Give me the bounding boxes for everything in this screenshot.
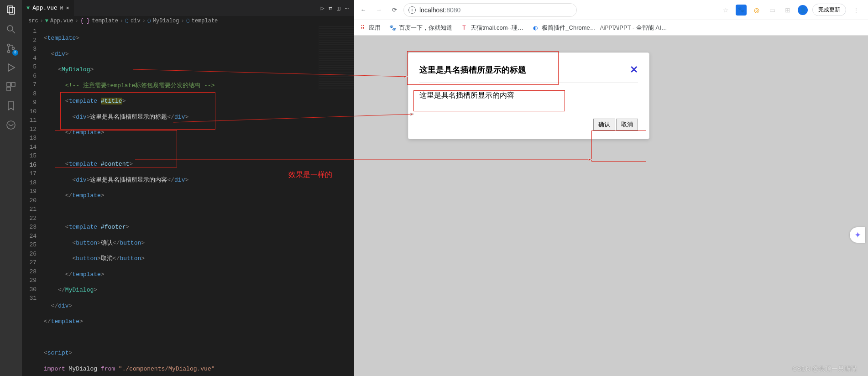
- forward-icon[interactable]: →: [372, 4, 385, 16]
- svg-rect-8: [7, 83, 10, 86]
- omnibox[interactable]: i localhost:8080: [403, 3, 577, 17]
- svg-point-6: [12, 47, 15, 50]
- star-icon[interactable]: ☆: [720, 5, 731, 16]
- reading-list-icon[interactable]: ▭: [767, 5, 778, 16]
- svg-line-3: [12, 31, 15, 33]
- diff-icon[interactable]: ⇄: [329, 5, 333, 12]
- vue-icon: ▼: [26, 5, 30, 11]
- ext1-icon[interactable]: 🐾: [736, 5, 747, 16]
- dialog-close-icon[interactable]: ✕: [630, 64, 638, 76]
- dialog-footer: 确认 取消: [419, 119, 638, 131]
- bookmark-bar: ⠿应用🐾百度一下，你就知道T天猫tmall.com--理…◐极简插件_Chrom…: [354, 20, 868, 36]
- svg-point-5: [8, 51, 10, 53]
- run-debug-icon[interactable]: [5, 61, 17, 74]
- site-info-icon[interactable]: i: [408, 6, 416, 14]
- annotation-label: 效果是一样的: [288, 170, 332, 180]
- menu-icon[interactable]: ⋮: [851, 5, 862, 16]
- svg-point-2: [7, 26, 13, 31]
- minimap[interactable]: [319, 26, 354, 90]
- dialog-content: 这里是具名插槽所显示的内容: [419, 83, 638, 119]
- activity-bar: 3: [0, 0, 22, 376]
- code-lines[interactable]: <template> <div> <MyDialog> <!-- 注意需要tem…: [44, 26, 354, 376]
- reload-icon[interactable]: ⟳: [388, 4, 401, 16]
- svg-point-4: [8, 44, 10, 47]
- page-viewport: 这里是具名插槽所显示的标题 ✕ 这里是具名插槽所显示的内容 确认 取消 ✦ CS…: [354, 36, 868, 376]
- bookmark-icon[interactable]: [5, 99, 17, 112]
- dialog: 这里是具名插槽所显示的标题 ✕ 这里是具名插槽所显示的内容 确认 取消: [408, 52, 649, 139]
- bookmark-item[interactable]: ⠿应用: [359, 24, 381, 32]
- update-button[interactable]: 完成更新: [812, 4, 846, 16]
- watermark: CSDN @头顶一只喵喵: [792, 365, 857, 373]
- search-icon[interactable]: [5, 23, 17, 36]
- tab-modified-indicator: M: [60, 5, 63, 11]
- code-area[interactable]: 1234567891011121314151617181920212223242…: [22, 26, 354, 376]
- profile-icon[interactable]: 👤: [798, 5, 808, 15]
- address-bar: ← → ⟳ i localhost:8080 ☆ 🐾 ◎ ▭ ⊞ 👤 完成更新 …: [354, 0, 868, 20]
- extensions-puzzle-icon[interactable]: ⊞: [782, 5, 793, 16]
- breadcrumb[interactable]: src› ▼App.vue› { }template› ⬯div› ⬯MyDia…: [22, 16, 354, 26]
- bookmark-item[interactable]: T天猫tmall.com--理…: [460, 24, 523, 32]
- editor: ▼ App.vue M ✕ ▷ ⇄ ◫ ⋯ src› ▼App.vue› { }…: [22, 0, 354, 376]
- back-icon[interactable]: ←: [357, 4, 370, 16]
- more-icon[interactable]: ⋯: [345, 5, 349, 12]
- svg-point-11: [7, 121, 15, 129]
- extensions-icon[interactable]: [5, 80, 17, 93]
- cancel-button[interactable]: 取消: [616, 119, 638, 131]
- tab-app-vue[interactable]: ▼ App.vue M ✕: [22, 0, 74, 16]
- tab-bar: ▼ App.vue M ✕ ▷ ⇄ ◫ ⋯: [22, 0, 354, 16]
- scm-badge: 3: [12, 50, 18, 56]
- svg-marker-7: [8, 64, 15, 71]
- explorer-icon[interactable]: [5, 4, 17, 16]
- tab-filename: App.vue: [32, 5, 58, 11]
- url-host: localhost: [419, 6, 444, 14]
- svg-rect-9: [11, 83, 15, 86]
- assistant-sparkle-icon[interactable]: ✦: [850, 227, 865, 243]
- meeting-icon[interactable]: [5, 119, 17, 131]
- bookmark-item[interactable]: AiPPTAiPPT - 全智能 AI…: [604, 24, 667, 32]
- source-control-icon[interactable]: 3: [5, 42, 17, 55]
- svg-rect-10: [7, 87, 10, 91]
- editor-actions: ▷ ⇄ ◫ ⋯: [321, 0, 354, 16]
- ext2-icon[interactable]: ◎: [751, 5, 762, 16]
- bookmark-item[interactable]: 🐾百度一下，你就知道: [389, 24, 452, 32]
- dialog-title: 这里是具名插槽所显示的标题: [419, 64, 526, 75]
- bookmark-item[interactable]: ◐极简插件_Chrome…: [532, 24, 596, 32]
- split-icon[interactable]: ◫: [337, 5, 340, 12]
- close-icon[interactable]: ✕: [66, 5, 69, 11]
- run-icon[interactable]: ▷: [321, 5, 324, 12]
- url-port: :8080: [444, 6, 460, 14]
- browser: ← → ⟳ i localhost:8080 ☆ 🐾 ◎ ▭ ⊞ 👤 完成更新 …: [354, 0, 868, 376]
- line-gutter: 1234567891011121314151617181920212223242…: [22, 26, 44, 376]
- ok-button[interactable]: 确认: [593, 119, 615, 131]
